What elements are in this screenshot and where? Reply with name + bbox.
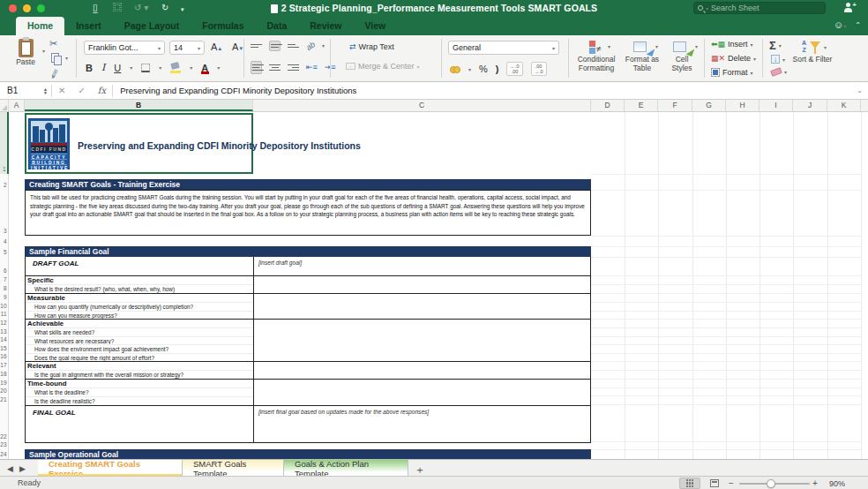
sheet-tab-creating-smart-goals-exercise[interactable]: Creating SMART Goals Exercise <box>38 460 183 477</box>
answer-cell[interactable] <box>253 387 590 396</box>
question-cell[interactable]: Does the goal require the right amount o… <box>26 354 253 362</box>
question-cell[interactable]: What is the deadline? <box>26 388 253 396</box>
question-cell[interactable]: Is the goal in alignment with the overal… <box>26 371 253 379</box>
borders-dropdown-icon[interactable]: ▾ <box>159 64 161 71</box>
row-header-18[interactable]: 18 <box>0 371 8 377</box>
ribbon-tab-data[interactable]: Data <box>255 17 298 35</box>
column-header-j[interactable]: J <box>793 100 827 111</box>
align-center-icon[interactable] <box>269 63 281 72</box>
share-button[interactable]: + <box>841 2 857 14</box>
font-color-dropdown-icon[interactable]: ▾ <box>217 64 220 71</box>
increase-decimal-icon[interactable]: ←.0.00 <box>506 62 522 76</box>
column-header-e[interactable]: E <box>625 100 658 111</box>
align-left-icon[interactable] <box>251 61 262 74</box>
answer-cell[interactable] <box>253 344 590 353</box>
answer-cell[interactable] <box>253 327 590 336</box>
answer-cell[interactable] <box>253 320 590 327</box>
row-header-13[interactable]: 13 <box>0 328 8 335</box>
question-cell[interactable]: What skills are needed? <box>26 328 253 336</box>
underline-button[interactable]: U <box>114 63 121 73</box>
font-name-select[interactable]: Franklin Got...▾ <box>84 41 165 55</box>
ribbon-tab-view[interactable]: View <box>353 17 397 35</box>
question-cell[interactable]: What resources are necessary? <box>26 337 253 345</box>
column-header-b[interactable]: B <box>25 100 253 111</box>
row-header-15[interactable]: 15 <box>0 345 8 351</box>
row-header-14[interactable]: 14 <box>0 336 8 342</box>
collapse-ribbon-icon[interactable]: ⌃ <box>855 21 861 29</box>
row-header-9[interactable]: 9 <box>0 294 8 300</box>
column-header-d[interactable]: D <box>591 100 625 111</box>
answer-cell[interactable] <box>253 284 590 293</box>
column-header-f[interactable]: F <box>658 100 692 111</box>
decrease-indent-icon[interactable]: ⇤≡ <box>306 63 318 71</box>
fill-color-icon[interactable] <box>170 63 181 73</box>
copy-dropdown-icon[interactable]: ▾ <box>65 55 68 61</box>
row-header-16[interactable]: 16 <box>0 353 8 359</box>
row-header-8[interactable]: 8 <box>0 285 8 291</box>
formula-input[interactable]: Preserving and Expanding CDFI Minority D… <box>113 86 356 95</box>
comma-style-icon[interactable]: ) <box>496 64 499 74</box>
bold-button[interactable]: B <box>86 63 93 73</box>
row-header-3[interactable]: 3 <box>0 228 8 234</box>
conditional-formatting-button[interactable]: ≠ ▾ Conditional Formatting <box>573 40 619 72</box>
copy-icon[interactable] <box>51 53 59 63</box>
sheet-tab-goals-action-plan-template[interactable]: Goals & Action Plan Template <box>284 460 408 477</box>
sheet-next-icon[interactable]: ▶ <box>19 464 26 473</box>
row-header-12[interactable]: 12 <box>0 320 8 326</box>
question-cell[interactable]: How does the environment impact goal ach… <box>26 345 253 353</box>
zoom-out-icon[interactable]: − <box>729 478 734 488</box>
smart-category-cell[interactable]: Specific <box>26 276 253 284</box>
smart-category-cell[interactable]: Measurable <box>26 294 253 302</box>
number-format-select[interactable]: General▾ <box>448 41 559 55</box>
zoom-in-icon[interactable]: + <box>812 478 818 488</box>
page-layout-view-button[interactable] <box>704 478 725 489</box>
row-header-23[interactable]: 23 <box>0 441 8 448</box>
ribbon-tab-review[interactable]: Review <box>298 17 353 35</box>
column-header-k[interactable]: K <box>827 100 861 111</box>
search-input[interactable] <box>711 4 808 12</box>
answer-cell[interactable]: [insert draft goal] <box>253 257 590 275</box>
align-right-icon[interactable] <box>288 63 299 72</box>
font-size-select[interactable]: 14▾ <box>169 41 205 55</box>
question-cell[interactable]: How can you quantify (numerically or des… <box>26 303 253 311</box>
column-header-a[interactable]: A <box>9 100 25 111</box>
borders-icon[interactable] <box>141 64 150 72</box>
answer-cell[interactable] <box>253 362 590 370</box>
currency-icon[interactable] <box>450 61 460 77</box>
row-header-10[interactable]: 10 <box>0 303 8 309</box>
select-all-corner[interactable] <box>0 100 9 111</box>
row-header-2[interactable]: 2 <box>0 182 8 188</box>
cut-icon[interactable]: ✂ <box>49 38 57 49</box>
autosum-button[interactable]: Σ▾ <box>769 39 782 52</box>
row-header-5[interactable]: 5 <box>0 249 8 255</box>
align-middle-icon[interactable] <box>269 41 281 51</box>
align-top-icon[interactable] <box>251 42 262 49</box>
ribbon-tab-insert[interactable]: Insert <box>64 17 113 35</box>
fill-button[interactable]: ↓▾ <box>771 55 785 64</box>
paste-button[interactable]: Paste <box>9 39 42 66</box>
row-header-6[interactable]: 6 <box>0 267 8 274</box>
smart-category-cell[interactable]: Relevant <box>26 362 253 370</box>
answer-cell[interactable] <box>253 276 590 284</box>
answer-cell[interactable] <box>253 396 590 405</box>
answer-cell[interactable] <box>253 353 590 362</box>
answer-cell[interactable]: [insert final goal based on updates made… <box>253 406 590 442</box>
orientation-dropdown-icon[interactable]: ▾ <box>322 42 325 49</box>
answer-cell[interactable] <box>253 294 590 302</box>
name-box[interactable]: B1 ▲▼ <box>0 86 51 95</box>
column-header-c[interactable]: C <box>253 100 591 111</box>
row-header-20[interactable]: 20 <box>0 387 8 394</box>
sort-filter-button[interactable]: AZ ▾ Sort & Filter <box>792 40 833 64</box>
question-cell[interactable]: How can you measure progress? <box>26 312 253 320</box>
decrease-font-icon[interactable]: A▼ <box>232 41 243 52</box>
row-header-7[interactable]: 7 <box>0 276 8 282</box>
question-cell[interactable]: What is the desired result? (who, what, … <box>26 285 253 293</box>
answer-cell[interactable] <box>253 336 590 345</box>
increase-font-icon[interactable]: A▲ <box>211 41 222 52</box>
clear-button[interactable]: ▾ <box>771 69 787 75</box>
insert-function-icon[interactable]: fx <box>92 86 112 95</box>
zoom-slider-knob[interactable] <box>767 479 775 488</box>
fill-color-dropdown-icon[interactable]: ▾ <box>190 64 192 71</box>
wrap-text-button[interactable]: ⇄ Wrap Text <box>349 42 394 51</box>
row-header-22[interactable]: 22 <box>0 433 8 440</box>
